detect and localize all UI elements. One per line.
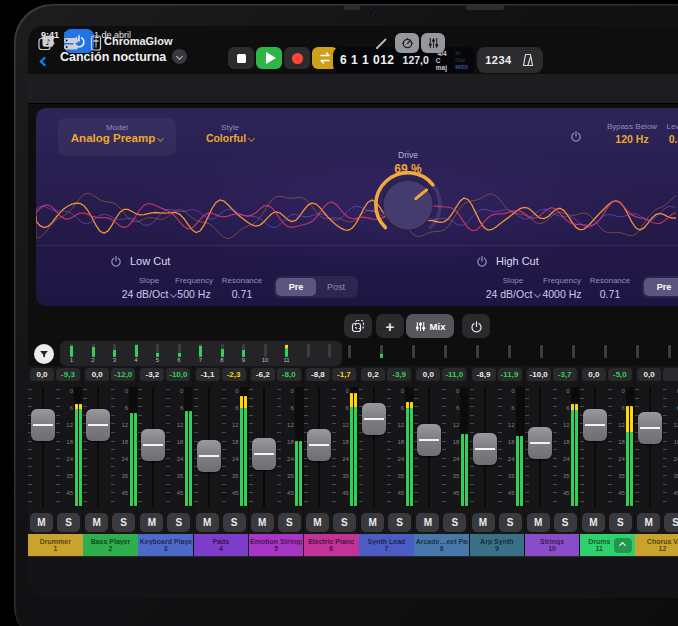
pan-value[interactable]: -8,9 (472, 368, 496, 381)
volume-fader[interactable] (252, 438, 276, 470)
post-option[interactable]: Post (316, 278, 356, 296)
track-label[interactable]: Electric Piano6 (304, 534, 359, 556)
mixer-power-button[interactable] (462, 314, 490, 338)
peak-value[interactable] (663, 368, 678, 381)
solo-button[interactable]: S (333, 513, 356, 532)
loop-browser-button[interactable]: ♪ (35, 33, 57, 53)
pre-option[interactable]: Pre (276, 278, 316, 296)
pre-option[interactable]: Pre (644, 278, 678, 296)
pan-value[interactable]: 0,0 (85, 368, 109, 381)
mute-button[interactable]: M (637, 513, 660, 532)
solo-button[interactable]: S (167, 513, 190, 532)
mixer-panel-button[interactable] (85, 33, 107, 53)
regions-button[interactable] (60, 33, 82, 53)
level-control[interactable]: Level 0.0 (648, 122, 678, 145)
volume-fader[interactable] (473, 433, 497, 465)
model-selector[interactable]: Model Analog Preamp (58, 118, 176, 156)
count-in-button[interactable]: 1234 (477, 47, 543, 73)
pan-value[interactable]: -1,1 (196, 368, 220, 381)
mixer-overview[interactable]: 1234567891011 (60, 341, 342, 366)
peak-value[interactable]: -5,0 (608, 368, 632, 381)
pan-value[interactable]: -10,0 (527, 368, 551, 381)
peak-value[interactable]: -3,7 (553, 368, 577, 381)
track-label[interactable]: Drummer1 (28, 534, 83, 556)
style-selector[interactable]: Style Colorful (188, 123, 272, 144)
pan-value[interactable]: 0,2 (361, 368, 385, 381)
drive-knob[interactable] (368, 165, 448, 245)
track-label[interactable]: Drums11 (580, 534, 635, 556)
pan-value[interactable]: -8,8 (306, 368, 330, 381)
high-cut-resonance[interactable]: Resonance 0.71 (582, 276, 638, 300)
mute-button[interactable]: M (306, 513, 329, 532)
volume-fader[interactable] (583, 409, 607, 441)
peak-value[interactable]: -11,0 (442, 368, 466, 381)
solo-button[interactable]: S (57, 513, 80, 532)
volume-fader[interactable] (528, 427, 552, 459)
track-label[interactable]: Pads4 (194, 534, 249, 556)
pan-value[interactable]: -3,2 (140, 368, 164, 381)
track-label[interactable]: Chorus V12 (635, 534, 678, 556)
play-button[interactable] (256, 47, 282, 69)
peak-value[interactable]: -2,3 (222, 368, 246, 381)
mute-button[interactable]: M (30, 513, 53, 532)
solo-button[interactable]: S (554, 513, 577, 532)
peak-value[interactable]: -10,0 (166, 368, 190, 381)
solo-button[interactable]: S (388, 513, 411, 532)
filter-button[interactable] (34, 344, 54, 364)
track-label[interactable]: Emotion Strings5 (249, 534, 304, 556)
output-power-button[interactable] (570, 128, 582, 146)
solo-button[interactable]: S (278, 513, 301, 532)
volume-fader[interactable] (417, 424, 441, 456)
track-label[interactable]: Arcade…eet Pad8 (414, 534, 469, 556)
track-label[interactable]: Keyboard Player3 (138, 534, 193, 556)
solo-button[interactable]: S (112, 513, 135, 532)
collapse-mixer-button[interactable] (614, 538, 632, 553)
solo-button[interactable]: S (664, 513, 678, 532)
stop-button[interactable] (228, 47, 254, 69)
track-label[interactable]: Strings10 (525, 534, 580, 556)
mixer-view-button[interactable] (421, 33, 445, 53)
duplicate-button[interactable] (344, 314, 372, 338)
track-label[interactable]: Synth Lead7 (359, 534, 414, 556)
solo-button[interactable]: S (223, 513, 246, 532)
record-button[interactable] (284, 47, 310, 69)
peak-value[interactable]: -1,7 (332, 368, 356, 381)
mute-button[interactable]: M (196, 513, 219, 532)
mute-button[interactable]: M (416, 513, 439, 532)
volume-fader[interactable] (362, 403, 386, 435)
smart-controls-button[interactable] (395, 33, 419, 53)
volume-fader[interactable] (141, 429, 165, 461)
mute-button[interactable]: M (472, 513, 495, 532)
low-cut-power-button[interactable] (110, 253, 122, 271)
pan-value[interactable]: -6,2 (251, 368, 275, 381)
volume-fader[interactable] (638, 412, 662, 444)
peak-value[interactable]: -12,0 (111, 368, 135, 381)
volume-fader[interactable] (197, 440, 221, 472)
peak-value[interactable]: -8,0 (277, 368, 301, 381)
pan-value[interactable]: 0,0 (637, 368, 661, 381)
peak-value[interactable]: -11,9 (498, 368, 522, 381)
mute-button[interactable]: M (140, 513, 163, 532)
solo-button[interactable]: S (609, 513, 632, 532)
track-label[interactable]: Bass Player2 (83, 534, 138, 556)
track-label[interactable]: Arp Synth9 (470, 534, 525, 556)
solo-button[interactable]: S (443, 513, 466, 532)
peak-value[interactable]: -9,3 (56, 368, 80, 381)
back-button[interactable] (41, 51, 48, 69)
add-plugin-button[interactable]: + (376, 314, 404, 338)
mix-tab[interactable]: Mix (406, 314, 454, 338)
mute-button[interactable]: M (361, 513, 384, 532)
solo-button[interactable]: S (499, 513, 522, 532)
mute-button[interactable]: M (85, 513, 108, 532)
peak-value[interactable]: -3,9 (387, 368, 411, 381)
high-cut-power-button[interactable] (476, 253, 488, 271)
mute-button[interactable]: M (582, 513, 605, 532)
mute-button[interactable]: M (251, 513, 274, 532)
pan-value[interactable]: 0,0 (582, 368, 606, 381)
volume-fader[interactable] (86, 409, 110, 441)
mute-button[interactable]: M (527, 513, 550, 532)
pan-value[interactable]: 0,0 (416, 368, 440, 381)
edit-button[interactable] (370, 33, 392, 53)
pan-value[interactable]: 0,0 (30, 368, 54, 381)
volume-fader[interactable] (307, 429, 331, 461)
